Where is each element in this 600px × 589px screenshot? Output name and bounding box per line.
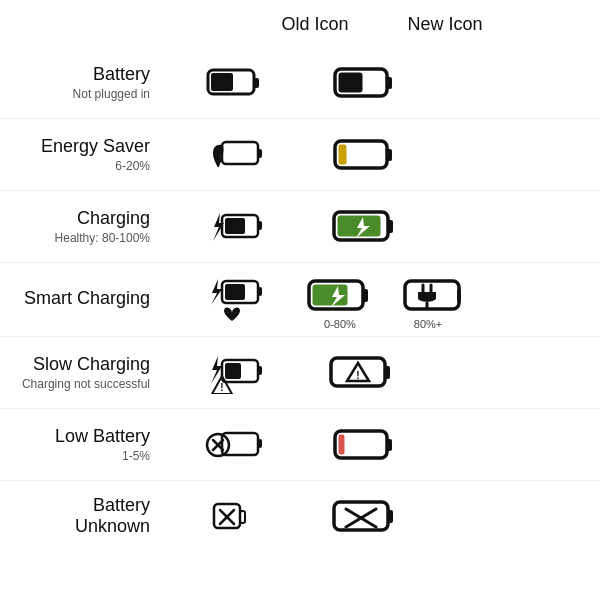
smart-charging-old-icon xyxy=(170,277,300,325)
svg-rect-6 xyxy=(222,142,258,164)
svg-rect-30 xyxy=(225,363,241,379)
svg-rect-4 xyxy=(339,72,363,92)
smart-charging-new-icons: 0-80% 80%+ xyxy=(300,277,468,330)
smart-charging-new-80plus: 80%+ xyxy=(388,277,468,330)
battery-unknown-icons xyxy=(170,498,600,536)
smart-charging-old-svg xyxy=(204,277,266,325)
smart-charging-icons: 0-80% 80%+ xyxy=(170,269,600,330)
row-smart-charging: Smart Charging xyxy=(0,263,600,337)
charging-old-svg xyxy=(204,207,266,247)
energy-saver-new-icon xyxy=(300,137,430,173)
row-slow-charging: Slow Charging Charging not successful ! xyxy=(0,337,600,409)
slow-charging-old-svg: ! xyxy=(204,352,266,394)
smart-charging-new-80plus-svg xyxy=(395,277,461,315)
low-battery-icons xyxy=(170,425,600,465)
svg-rect-7 xyxy=(258,149,262,158)
row-energy-saver: Energy Saver 6-20% xyxy=(0,119,600,191)
svg-text:!: ! xyxy=(356,370,359,381)
energy-saver-old-svg xyxy=(204,135,266,175)
svg-rect-16 xyxy=(388,220,393,233)
charging-old-icon xyxy=(170,207,300,247)
energy-saver-icons xyxy=(170,135,600,175)
svg-text:!: ! xyxy=(220,382,223,393)
svg-rect-48 xyxy=(388,510,393,523)
low-battery-new-svg xyxy=(333,427,397,463)
svg-rect-46 xyxy=(240,511,245,523)
charging-icons xyxy=(170,207,600,247)
svg-rect-18 xyxy=(258,287,262,296)
svg-rect-42 xyxy=(387,439,392,451)
svg-rect-41 xyxy=(339,434,345,454)
low-battery-old-icon xyxy=(170,425,300,465)
svg-rect-36 xyxy=(258,439,262,448)
charging-label: Charging Healthy: 80-100% xyxy=(0,208,170,245)
smart-charging-new-080-svg xyxy=(307,277,373,315)
svg-rect-29 xyxy=(258,366,262,375)
energy-saver-new-svg xyxy=(333,137,397,173)
svg-rect-5 xyxy=(387,77,392,89)
svg-rect-10 xyxy=(387,149,392,161)
slow-charging-old-icon: ! xyxy=(170,352,300,394)
svg-rect-2 xyxy=(254,78,259,88)
svg-rect-33 xyxy=(385,366,390,379)
battery-icons xyxy=(170,65,600,101)
slow-charging-new-icon: ! xyxy=(300,354,430,392)
battery-new-icon xyxy=(300,65,430,101)
svg-rect-9 xyxy=(339,144,347,164)
energy-saver-label: Energy Saver 6-20% xyxy=(0,136,170,173)
svg-rect-24 xyxy=(457,289,461,302)
smart-charging-label: Smart Charging xyxy=(0,288,170,311)
battery-old-svg xyxy=(206,65,264,101)
battery-unknown-new-svg xyxy=(332,498,398,536)
slow-charging-label: Slow Charging Charging not successful xyxy=(0,354,170,391)
row-charging: Charging Healthy: 80-100% xyxy=(0,191,600,263)
rows-container: Battery Not plugged in xyxy=(0,43,600,557)
smart-charging-new-0-80: 0-80% xyxy=(300,277,380,330)
battery-label: Battery Not plugged in xyxy=(0,64,170,101)
battery-old-icon xyxy=(170,65,300,101)
energy-saver-old-icon xyxy=(170,135,300,175)
new-icon-header: New Icon xyxy=(380,14,510,35)
svg-rect-19 xyxy=(225,284,245,300)
battery-new-svg xyxy=(333,65,397,101)
column-headers: Old Icon New Icon xyxy=(160,0,600,43)
charging-new-svg xyxy=(332,208,398,246)
low-battery-label: Low Battery 1-5% xyxy=(0,426,170,463)
charging-new-icon xyxy=(300,208,430,246)
battery-unknown-old-svg xyxy=(204,498,266,536)
battery-unknown-new-icon xyxy=(300,498,430,536)
svg-rect-13 xyxy=(225,218,245,234)
battery-unknown-label: Battery Unknown xyxy=(0,495,170,539)
slow-charging-new-svg: ! xyxy=(329,354,401,392)
row-low-battery: Low Battery 1-5% xyxy=(0,409,600,481)
row-battery-unknown: Battery Unknown xyxy=(0,481,600,553)
old-icon-header: Old Icon xyxy=(250,14,380,35)
slow-charging-icons: ! ! xyxy=(170,352,600,394)
svg-rect-22 xyxy=(363,289,368,302)
svg-rect-12 xyxy=(258,221,262,230)
svg-rect-47 xyxy=(334,502,388,530)
low-battery-old-svg xyxy=(204,425,266,465)
svg-rect-1 xyxy=(211,73,233,91)
low-battery-new-icon xyxy=(300,427,430,463)
battery-unknown-old-icon xyxy=(170,498,300,536)
row-battery: Battery Not plugged in xyxy=(0,47,600,119)
